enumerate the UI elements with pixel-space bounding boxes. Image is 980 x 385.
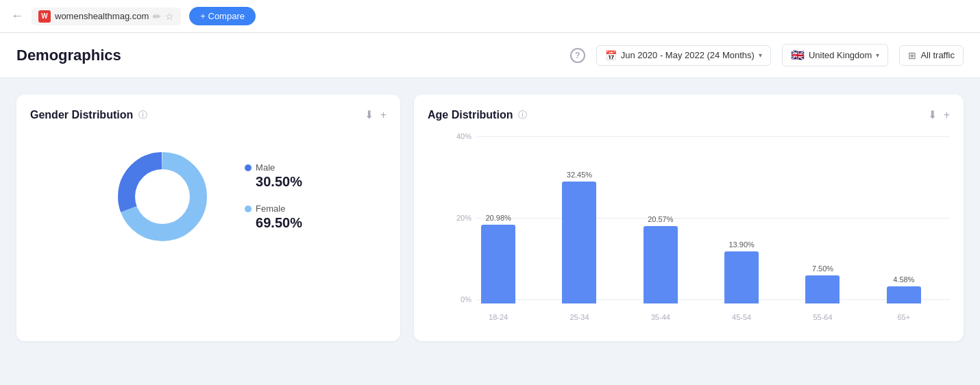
female-legend-label: Female <box>245 203 302 214</box>
gender-card-header: Gender Distribution ⓘ ⬇ + <box>30 108 387 121</box>
page-header: Demographics ? 📅 Jun 2020 - May 2022 (24… <box>0 33 980 78</box>
age-info-icon[interactable]: ⓘ <box>518 109 527 121</box>
age-bars-area: 20.98%32.45%20.57%13.90%7.50%4.58% <box>458 132 944 303</box>
tab-url: womenshealthmag.com <box>55 11 149 21</box>
age-bar-value-label: 7.50% <box>812 264 833 273</box>
age-x-label: 45-54 <box>701 313 782 321</box>
age-bar-rect <box>644 226 678 303</box>
age-add-icon[interactable]: + <box>944 109 950 121</box>
age-card: Age Distribution ⓘ ⬇ + 40% 20% 0% <box>414 95 964 341</box>
gender-card-actions: ⬇ + <box>365 108 387 121</box>
age-x-labels: 18-2425-3435-4445-5455-6465+ <box>458 313 944 321</box>
browser-bar: ← W womenshealthmag.com ✏ ☆ + Compare <box>0 0 980 33</box>
browser-tab[interactable]: W womenshealthmag.com ✏ ☆ <box>32 8 181 25</box>
gender-card-title: Gender Distribution <box>30 109 133 121</box>
date-range-label: Jun 2020 - May 2022 (24 Months) <box>621 50 755 60</box>
age-chart-area: 40% 20% 0% 20.98%32.45%20.57%13.90%7.50%… <box>428 132 950 324</box>
age-bar-rect <box>724 251 759 303</box>
traffic-label: All traffic <box>920 50 955 60</box>
age-bar-rect <box>562 182 596 303</box>
star-icon[interactable]: ☆ <box>165 11 174 22</box>
traffic-selector[interactable]: ⊞ All traffic <box>899 45 964 66</box>
date-chevron-icon: ▾ <box>759 51 762 59</box>
age-bar-value-label: 32.45% <box>567 171 592 179</box>
female-dot <box>245 206 252 212</box>
age-bar-value-label: 4.58% <box>893 275 914 284</box>
female-label-text: Female <box>256 203 285 214</box>
age-x-label: 18-24 <box>458 313 539 321</box>
header-controls: ? 📅 Jun 2020 - May 2022 (24 Months) ▾ 🇬🇧… <box>570 44 964 66</box>
age-bar-group: 4.58% <box>863 132 944 303</box>
gender-card: Gender Distribution ⓘ ⬇ + <box>16 95 400 341</box>
compare-button[interactable]: + Compare <box>189 7 256 25</box>
age-bar-value-label: 20.98% <box>486 214 511 222</box>
edit-icon[interactable]: ✏ <box>153 11 161 22</box>
male-legend-label: Male <box>245 162 302 173</box>
male-value: 30.50% <box>256 174 302 190</box>
gender-info-icon[interactable]: ⓘ <box>138 109 147 121</box>
favicon: W <box>38 10 51 23</box>
male-label-text: Male <box>256 162 275 173</box>
female-legend-item: Female 69.50% <box>245 203 302 231</box>
female-value: 69.50% <box>256 215 302 231</box>
age-x-label: 55-64 <box>782 313 863 321</box>
main-content: Gender Distribution ⓘ ⬇ + <box>0 78 980 358</box>
gender-download-icon[interactable]: ⬇ <box>365 108 373 121</box>
gender-chart-area: Male 30.50% Female 69.50% <box>30 149 387 245</box>
age-bar-group: 20.57% <box>620 132 701 303</box>
donut-svg <box>114 149 210 245</box>
uk-flag-icon: 🇬🇧 <box>791 49 805 62</box>
age-x-label: 65+ <box>863 313 944 321</box>
country-label: United Kingdom <box>809 50 872 60</box>
age-bar-value-label: 13.90% <box>728 240 754 249</box>
calendar-icon: 📅 <box>605 50 617 61</box>
gender-legend: Male 30.50% Female 69.50% <box>245 162 302 231</box>
gender-donut-chart <box>114 149 210 245</box>
age-bar-rect <box>887 286 921 303</box>
gender-add-icon[interactable]: + <box>380 109 387 121</box>
male-dot <box>245 164 252 171</box>
age-bar-value-label: 20.57% <box>648 215 673 223</box>
male-legend-item: Male 30.50% <box>245 162 302 190</box>
back-button[interactable]: ← <box>11 9 23 23</box>
age-bar-group: 20.98% <box>458 132 539 303</box>
age-card-actions: ⬇ + <box>928 108 950 121</box>
age-x-label: 25-34 <box>539 313 620 321</box>
age-bar-group: 13.90% <box>701 132 782 303</box>
page-title: Demographics <box>16 47 121 64</box>
traffic-icon: ⊞ <box>908 50 916 61</box>
age-x-label: 35-44 <box>620 313 701 321</box>
age-card-title: Age Distribution <box>428 109 513 121</box>
donut-center <box>135 169 190 224</box>
age-title-row: Age Distribution ⓘ <box>428 109 527 121</box>
country-selector[interactable]: 🇬🇧 United Kingdom ▾ <box>782 44 889 66</box>
age-bar-group: 7.50% <box>782 132 863 303</box>
gender-title-row: Gender Distribution ⓘ <box>30 109 147 121</box>
age-bar-rect <box>805 275 840 303</box>
age-bar-group: 32.45% <box>539 132 620 303</box>
age-download-icon[interactable]: ⬇ <box>928 108 937 121</box>
country-chevron-icon: ▾ <box>876 51 879 59</box>
help-icon[interactable]: ? <box>570 48 585 63</box>
date-range-selector[interactable]: 📅 Jun 2020 - May 2022 (24 Months) ▾ <box>596 45 771 66</box>
age-card-header: Age Distribution ⓘ ⬇ + <box>428 108 950 121</box>
age-bar-rect <box>481 225 515 303</box>
